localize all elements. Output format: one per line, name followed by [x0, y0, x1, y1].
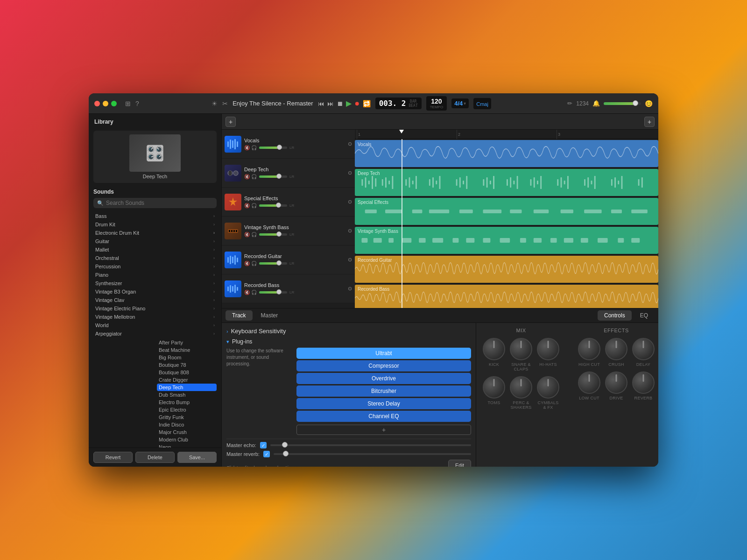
tab-track[interactable]: Track [226, 310, 253, 321]
scissors-icon[interactable]: ✂ [222, 100, 228, 107]
cat-item-drumkit[interactable]: Drum Kit› [93, 220, 217, 229]
bell-icon[interactable]: 🔔 [592, 100, 600, 107]
fader-recorded-bass[interactable] [259, 291, 287, 294]
highcut-knob[interactable] [578, 338, 600, 360]
rewind-button[interactable]: ⏮ [318, 100, 324, 107]
search-input[interactable] [106, 200, 213, 206]
add-track-button[interactable]: + [226, 117, 236, 127]
subcat-boutique-78[interactable]: Boutique 78 [157, 361, 217, 369]
subcat-big-room[interactable]: Big Room [157, 354, 217, 361]
master-echo-checkbox[interactable]: ✓ [260, 442, 267, 448]
plugins-collapse-icon[interactable]: ▾ [226, 339, 229, 345]
delete-button[interactable]: Delete [135, 452, 175, 463]
waveform-block-vintage-synth[interactable]: Vintage Synth Bass [355, 227, 658, 254]
subcat-modern-club[interactable]: Modern Club [157, 436, 217, 443]
waveform-block-deep-tech[interactable]: Deep Tech [355, 169, 658, 196]
headphone-icon-recorded-guitar[interactable]: 🎧 [251, 261, 257, 266]
reverb-knob[interactable] [632, 371, 655, 394]
waveform-block-special-effects[interactable]: Special Effects [355, 198, 658, 225]
subcat-neon[interactable]: Neon [157, 443, 217, 448]
delay-knob[interactable] [632, 338, 655, 360]
smiley-icon[interactable]: 😊 [645, 100, 653, 107]
record-button[interactable]: ⏺ [354, 100, 360, 107]
info-icon[interactable]: ? [135, 100, 139, 107]
maximize-button[interactable] [111, 101, 117, 106]
subcat-after-party[interactable]: After Party [157, 339, 217, 346]
cat-item-arpeggiator[interactable]: Arpeggiator› [93, 329, 217, 338]
volume-slider-track[interactable] [604, 102, 641, 105]
keyboard-sensitivity-row[interactable]: › Keyboard Sensitivity [226, 328, 471, 335]
plugin-stereo-delay-button[interactable]: Stereo Delay [296, 398, 471, 409]
perc-knob[interactable] [510, 376, 532, 399]
subcat-epic-electro[interactable]: Epic Electro [157, 406, 217, 413]
loop-button[interactable]: 🔁 [363, 100, 371, 107]
fader-special-effects[interactable] [259, 204, 287, 207]
volume-knob-vintage-synth[interactable]: ⊙ [348, 228, 352, 234]
subcat-deep-tech[interactable]: Deep Tech [157, 384, 217, 391]
plugin-add-button[interactable]: + [296, 425, 471, 435]
fader-vintage-synth[interactable] [259, 233, 287, 236]
fader-recorded-guitar[interactable] [259, 262, 287, 265]
minimize-button[interactable] [103, 101, 108, 106]
volume-knob-special-effects[interactable]: ⊙ [348, 199, 352, 205]
subcat-beat-machine[interactable]: Beat Machine [157, 346, 217, 354]
waveform-row-recorded-bass[interactable]: Recorded Bass [355, 284, 658, 308]
mute-icon-vocals[interactable]: 🔇 [244, 145, 250, 150]
waveform-row-vintage-synth[interactable]: Vintage Synth Bass [355, 226, 658, 255]
fader-deep-tech[interactable] [259, 175, 287, 178]
headphone-icon-vocals[interactable]: 🎧 [251, 145, 257, 150]
fader-vocals[interactable] [259, 147, 287, 149]
plugin-bitcrusher-button[interactable]: Bitcrusher [296, 385, 471, 397]
volume-knob-deep-tech[interactable]: ⊙ [348, 170, 352, 176]
subcat-boutique-808[interactable]: Boutique 808 [157, 369, 217, 376]
waveform-row-special-effects[interactable]: Special Effects [355, 197, 658, 226]
cat-item-world[interactable]: World› [93, 321, 217, 329]
close-button[interactable] [94, 101, 100, 106]
drive-knob[interactable] [605, 371, 627, 394]
tab-controls[interactable]: Controls [598, 310, 632, 321]
tab-eq[interactable]: EQ [634, 310, 655, 321]
waveform-row-recorded-guitar[interactable]: Recorded Guitar [355, 255, 658, 284]
subcat-crate-digger[interactable]: Crate Digger [157, 376, 217, 384]
add-track-button-right[interactable]: + [644, 117, 655, 127]
master-reverb-thumb[interactable] [283, 451, 289, 456]
subcat-major-crush[interactable]: Major Crush [157, 428, 217, 436]
volume-slider-thumb[interactable] [633, 100, 638, 106]
mute-icon-deep-tech[interactable]: 🔇 [244, 174, 250, 179]
master-reverb-checkbox[interactable]: ✓ [263, 451, 270, 457]
fast-forward-button[interactable]: ⏭ [327, 100, 334, 107]
cat-item-piano[interactable]: Piano› [93, 271, 217, 279]
hihats-knob[interactable] [537, 338, 559, 360]
cat-item-vintage-b3[interactable]: Vintage B3 Organ› [93, 287, 217, 296]
mute-icon-vintage-synth[interactable]: 🔇 [244, 232, 250, 237]
revert-button[interactable]: Revert [93, 452, 133, 463]
toms-knob[interactable] [483, 376, 505, 399]
mute-icon-recorded-guitar[interactable]: 🔇 [244, 261, 250, 266]
search-box[interactable]: 🔍 [93, 198, 217, 208]
cat-item-electronic-drum-kit[interactable]: Electronic Drum Kit› [93, 229, 217, 237]
waveform-row-vocals[interactable]: Vocals [355, 139, 658, 168]
headphone-icon-vintage-synth[interactable]: 🎧 [251, 232, 257, 237]
volume-knob-vocals[interactable]: ⊙ [348, 141, 352, 147]
subcat-dub-smash[interactable]: Dub Smash [157, 391, 217, 399]
master-echo-thumb[interactable] [282, 442, 288, 448]
headphone-icon-special-effects[interactable]: 🎧 [251, 203, 257, 208]
stop-button[interactable]: ⏹ [337, 100, 343, 107]
subcat-electro-bump[interactable]: Electro Bump [157, 399, 217, 406]
main-plugin-button[interactable]: Ultrabt [296, 348, 471, 359]
lowcut-knob[interactable] [578, 371, 600, 394]
plugin-channel-eq-button[interactable]: Channel EQ [296, 411, 471, 422]
edit-button[interactable]: Edit [448, 460, 471, 467]
cat-item-vintage-ep[interactable]: Vintage Electric Piano› [93, 304, 217, 313]
headphone-icon-recorded-bass[interactable]: 🎧 [251, 290, 257, 295]
kick-knob[interactable] [483, 338, 505, 360]
mute-icon-recorded-bass[interactable]: 🔇 [244, 290, 250, 295]
mute-icon-special-effects[interactable]: 🔇 [244, 203, 250, 208]
save-button[interactable]: Save... [177, 452, 217, 463]
master-echo-slider[interactable] [270, 444, 471, 446]
volume-knob-recorded-guitar[interactable]: ⊙ [348, 257, 352, 263]
cat-item-vintage-clav[interactable]: Vintage Clav› [93, 296, 217, 304]
volume-knob-recorded-bass[interactable]: ⊙ [348, 286, 352, 292]
subcat-indie-disco[interactable]: Indie Disco [157, 421, 217, 428]
cat-item-orchestral[interactable]: Orchestral› [93, 254, 217, 262]
